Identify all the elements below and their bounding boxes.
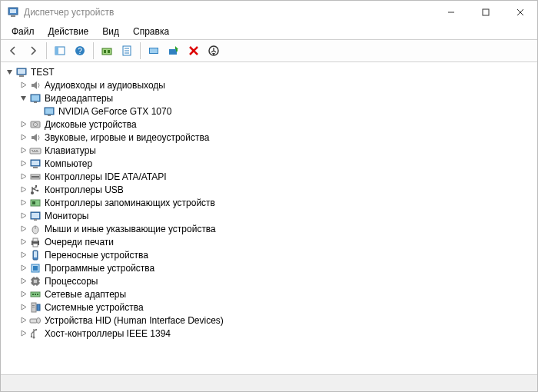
category-network[interactable]: Сетевые адаптеры <box>18 287 537 301</box>
category-hid[interactable]: Устройства HID (Human Interface Devices) <box>18 314 537 327</box>
svg-point-83 <box>37 317 41 323</box>
device-gpu[interactable]: NVIDIA GeForce GTX 1070 <box>32 105 537 118</box>
node-label: Переносные устройства <box>45 250 148 261</box>
expand-toggle[interactable] <box>18 132 28 143</box>
root-node[interactable]: TEST <box>4 65 537 78</box>
display-adapter-icon <box>43 105 55 118</box>
hid-icon <box>29 314 42 327</box>
menu-action[interactable]: Действие <box>42 25 95 38</box>
node-label: Мыши и иные указывающие устройства <box>45 224 216 234</box>
expand-toggle[interactable] <box>18 224 28 234</box>
expand-toggle[interactable] <box>18 171 28 182</box>
category-portable[interactable]: Переносные устройства <box>18 248 537 261</box>
svg-point-84 <box>33 336 35 338</box>
window-title: Диспетчер устройств <box>24 7 114 18</box>
category-sound[interactable]: Звуковые, игровые и видеоустройства <box>18 131 537 144</box>
svg-rect-53 <box>32 213 39 218</box>
toolbar-separator <box>46 42 47 59</box>
category-system[interactable]: Системные устройства <box>18 301 537 314</box>
expand-toggle[interactable] <box>4 67 15 78</box>
update-driver-button[interactable] <box>144 42 163 60</box>
svg-rect-21 <box>176 48 178 51</box>
category-print-queues[interactable]: Очереди печати <box>18 235 537 248</box>
category-disk[interactable]: Дисковые устройства <box>18 118 537 131</box>
category-monitors[interactable]: Мониторы <box>18 209 537 222</box>
menu-help[interactable]: Справка <box>127 25 175 38</box>
expand-toggle[interactable] <box>18 302 28 313</box>
expand-toggle[interactable] <box>18 211 28 221</box>
svg-rect-44 <box>33 167 38 168</box>
category-software-devices[interactable]: Программные устройства <box>18 261 537 274</box>
expand-toggle[interactable] <box>18 119 28 130</box>
svg-rect-82 <box>30 319 37 323</box>
category-usb[interactable]: Контроллеры USB <box>18 183 537 196</box>
node-label: Дисковые устройства <box>45 119 137 130</box>
node-label: Аудиовходы и аудиовыходы <box>45 80 165 91</box>
category-ieee1394[interactable]: Хост-контроллеры IEEE 1394 <box>18 327 537 340</box>
mouse-icon <box>29 223 42 235</box>
system-device-icon <box>29 301 42 314</box>
close-button[interactable] <box>503 1 537 24</box>
expand-toggle[interactable] <box>18 250 28 261</box>
menu-file[interactable]: Файл <box>5 25 41 38</box>
printer-icon <box>29 236 42 248</box>
expand-toggle[interactable] <box>18 237 28 247</box>
forward-button[interactable] <box>24 42 42 60</box>
disable-device-button[interactable] <box>204 42 223 60</box>
category-display-adapters[interactable]: Видеоадаптеры <box>18 91 537 105</box>
svg-rect-41 <box>32 151 38 152</box>
node-label: TEST <box>31 67 55 78</box>
minimize-button[interactable] <box>433 1 468 24</box>
node-label: Видеоадаптеры <box>45 93 113 104</box>
svg-rect-59 <box>33 244 38 247</box>
svg-rect-32 <box>45 108 53 114</box>
node-label: Хост-контроллеры IEEE 1394 <box>45 328 171 339</box>
ide-icon <box>29 171 42 183</box>
svg-rect-46 <box>32 176 39 178</box>
svg-rect-40 <box>36 150 38 151</box>
expand-toggle[interactable] <box>18 184 28 195</box>
category-processors[interactable]: Процессоры <box>18 274 537 287</box>
expand-toggle[interactable] <box>18 315 28 326</box>
svg-text:?: ? <box>78 47 82 55</box>
toolbar-separator <box>93 42 94 59</box>
spacer <box>32 106 42 117</box>
scan-hardware-button[interactable] <box>98 42 116 60</box>
svg-rect-20 <box>169 49 177 55</box>
toolbar-separator <box>140 42 141 59</box>
expand-toggle[interactable] <box>18 158 28 169</box>
statusbar <box>1 374 537 391</box>
expand-toggle[interactable] <box>18 93 28 104</box>
category-audio[interactable]: Аудиовходы и аудиовыходы <box>18 78 537 91</box>
expand-toggle[interactable] <box>18 328 28 339</box>
svg-rect-38 <box>32 150 33 151</box>
maximize-button[interactable] <box>468 1 503 24</box>
category-storage-controllers[interactable]: Контроллеры запоминающих устройств <box>18 196 537 209</box>
node-label: Устройства HID (Human Interface Devices) <box>45 315 224 326</box>
svg-rect-26 <box>18 69 25 74</box>
expand-toggle[interactable] <box>18 198 28 208</box>
uninstall-device-button[interactable] <box>184 42 203 60</box>
svg-rect-58 <box>33 238 38 241</box>
show-hide-tree-button[interactable] <box>51 42 69 60</box>
expand-toggle[interactable] <box>18 263 28 274</box>
enable-device-button[interactable] <box>164 42 183 60</box>
help-button[interactable]: ? <box>71 42 89 60</box>
device-tree[interactable]: TEST Аудиовходы и аудиовыходы Видеоадапт… <box>1 62 537 374</box>
svg-rect-27 <box>19 75 24 77</box>
expand-toggle[interactable] <box>18 289 28 300</box>
back-button[interactable] <box>4 42 22 60</box>
properties-button[interactable] <box>118 42 136 60</box>
svg-rect-19 <box>150 48 158 53</box>
expand-toggle[interactable] <box>18 80 28 91</box>
category-keyboards[interactable]: Клавиатуры <box>18 144 537 157</box>
category-mice[interactable]: Мыши и иные указывающие устройства <box>18 222 537 235</box>
menu-view[interactable]: Вид <box>96 25 125 38</box>
svg-rect-77 <box>37 294 38 295</box>
expand-toggle[interactable] <box>18 276 28 287</box>
svg-rect-4 <box>483 9 489 15</box>
category-computer[interactable]: Компьютер <box>18 157 537 170</box>
category-ide[interactable]: Контроллеры IDE ATA/ATAPI <box>18 170 537 183</box>
audio-icon <box>29 79 42 91</box>
expand-toggle[interactable] <box>18 145 28 156</box>
